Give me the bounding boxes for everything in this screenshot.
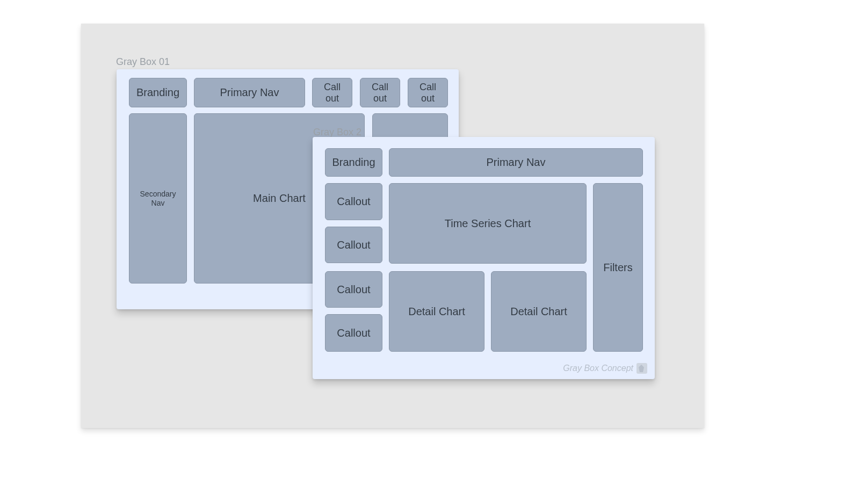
wf2-branding-box: Branding — [325, 148, 382, 177]
footer-note: Gray Box Concept — [563, 363, 647, 374]
wf2-callout-2: Callout — [325, 227, 382, 263]
penguin-icon — [636, 363, 647, 374]
wf2-detail-chart-a: Detail Chart — [389, 271, 484, 352]
footer-note-text: Gray Box Concept — [563, 364, 633, 373]
wireframe-1-title: Gray Box 01 — [116, 56, 170, 68]
wf2-callout-3: Callout — [325, 271, 382, 308]
wf2-callout-1: Callout — [325, 183, 382, 220]
wf2-filters-box: Filters — [593, 183, 643, 352]
wireframe-2-panel: Branding Primary Nav Callout Callout Cal… — [313, 137, 655, 379]
wf2-detail-chart-b: Detail Chart — [491, 271, 587, 352]
wf2-time-series-box: Time Series Chart — [389, 183, 587, 264]
wf1-branding-box: Branding — [129, 78, 187, 107]
wf2-callout-4: Callout — [325, 314, 382, 352]
wf2-primary-nav-box: Primary Nav — [389, 148, 643, 177]
wf1-primary-nav-box: Primary Nav — [194, 78, 305, 107]
wireframe-2-title: Gray Box 2 — [313, 127, 361, 138]
wf1-callout-c: Call out — [408, 78, 448, 107]
wf1-callout-a: Call out — [312, 78, 352, 107]
wf1-callout-b: Call out — [360, 78, 400, 107]
wf1-secondary-nav-box: Secondary Nav — [129, 113, 187, 284]
